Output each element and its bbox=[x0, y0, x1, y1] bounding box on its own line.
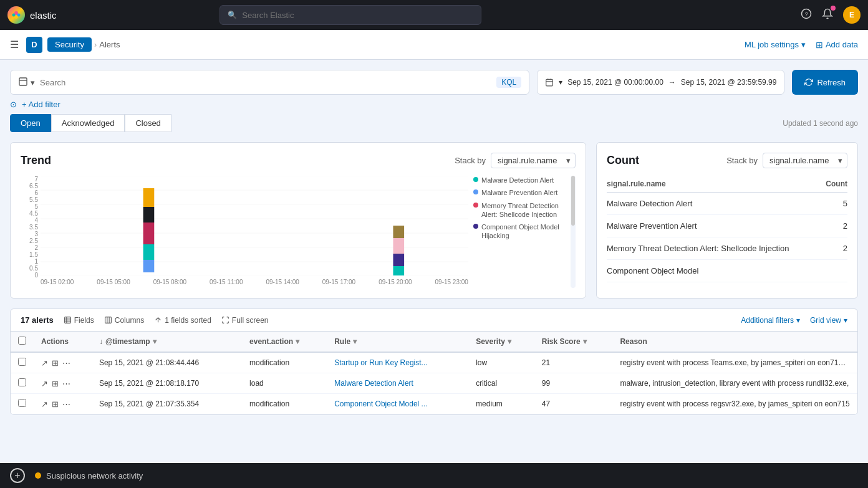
col-severity-header[interactable]: Severity ▾ bbox=[476, 337, 527, 346]
count-stack-by-select[interactable]: signal.rule.name bbox=[763, 153, 847, 168]
col-timestamp-header[interactable]: ↓ @timestamp ▾ bbox=[99, 337, 234, 346]
search-filter-bar[interactable]: ▾ KQL bbox=[10, 70, 529, 95]
filter-expand-icon[interactable]: ▾ bbox=[31, 78, 35, 87]
risk-score-sort-icon: ▾ bbox=[583, 337, 587, 346]
user-avatar[interactable]: E bbox=[843, 6, 861, 24]
more-icon[interactable]: ⋯ bbox=[62, 399, 70, 409]
row-0-rule[interactable]: Startup or Run Key Regist... bbox=[327, 352, 468, 373]
row-1-actions: ↗ ⊞ ⋯ bbox=[34, 373, 92, 394]
notification-badge bbox=[831, 6, 836, 11]
analyze-icon[interactable]: ⊞ bbox=[52, 379, 59, 388]
row-1-checkbox-cell[interactable] bbox=[11, 373, 34, 394]
alerts-table-section: 17 alerts Fields Columns 1 fields sorted… bbox=[10, 309, 858, 415]
kql-search-input[interactable] bbox=[40, 78, 496, 87]
expand-icon[interactable]: ↗ bbox=[41, 399, 48, 409]
analyze-icon[interactable]: ⊞ bbox=[52, 358, 59, 368]
breadcrumb-alerts[interactable]: Alerts bbox=[99, 40, 120, 49]
row-2-checkbox[interactable] bbox=[18, 399, 26, 407]
col-severity[interactable]: Severity ▾ bbox=[468, 332, 534, 352]
col-rule[interactable]: Rule ▾ bbox=[327, 332, 468, 352]
global-search-input[interactable] bbox=[242, 11, 473, 20]
notifications-icon[interactable] bbox=[822, 8, 833, 22]
calendar-icon bbox=[545, 78, 554, 87]
tab-acknowledged[interactable]: Acknowledged bbox=[51, 114, 125, 132]
sort-button[interactable]: 1 fields sorted bbox=[154, 316, 211, 325]
add-data-button[interactable]: ⊞ Add data bbox=[816, 40, 858, 50]
trend-scrollbar[interactable] bbox=[571, 176, 576, 288]
help-icon[interactable]: ? bbox=[801, 8, 812, 22]
columns-button[interactable]: Columns bbox=[104, 316, 144, 325]
additional-filters-button[interactable]: Additional filters ▾ bbox=[741, 316, 800, 325]
table-toolbar: 17 alerts Fields Columns 1 fields sorted… bbox=[11, 309, 857, 332]
count-table: signal.rule.name Count Malware Detection… bbox=[607, 176, 847, 282]
count-row-1: Malware Prevention Alert 2 bbox=[607, 215, 847, 237]
event-action-sort-icon: ▾ bbox=[296, 337, 299, 346]
ml-job-settings-button[interactable]: ML job settings ▾ bbox=[745, 40, 806, 49]
breadcrumb-security[interactable]: Security bbox=[47, 37, 92, 52]
trend-card-header: Trend Stack by signal.rule.name bbox=[21, 153, 576, 168]
expand-icon[interactable]: ↗ bbox=[41, 379, 48, 388]
svg-rect-26 bbox=[393, 238, 404, 254]
count-stack-by-wrapper[interactable]: signal.rule.name bbox=[763, 153, 847, 168]
trend-stack-by-select[interactable]: signal.rule.name bbox=[491, 153, 576, 168]
col-actions: Actions bbox=[34, 332, 92, 352]
more-icon[interactable]: ⋯ bbox=[62, 379, 70, 388]
row-1-event-action: load bbox=[242, 373, 327, 394]
sort-icon bbox=[154, 316, 162, 324]
alerts-data-table: Actions ↓ @timestamp ▾ event.action bbox=[11, 332, 857, 414]
expand-icon[interactable]: ↗ bbox=[41, 358, 48, 368]
table-body: ↗ ⊞ ⋯ Sep 15, 2021 @ 21:08:44.446 modifi… bbox=[11, 352, 857, 414]
col-rule-header[interactable]: Rule ▾ bbox=[334, 337, 461, 346]
row-2-risk-score: 47 bbox=[534, 394, 613, 414]
add-filter-button[interactable]: ⊙ + Add filter bbox=[10, 100, 858, 109]
severity-sort-icon: ▾ bbox=[508, 337, 511, 346]
more-icon[interactable]: ⋯ bbox=[62, 358, 70, 368]
select-all-checkbox[interactable] bbox=[18, 337, 26, 345]
col-risk-score[interactable]: Risk Score ▾ bbox=[534, 332, 613, 352]
hamburger-menu-icon[interactable]: ☰ bbox=[10, 39, 19, 50]
svg-rect-23 bbox=[143, 244, 155, 260]
row-1-rule[interactable]: Malware Detection Alert bbox=[327, 373, 468, 394]
svg-rect-8 bbox=[546, 79, 553, 85]
select-all-checkbox-cell[interactable] bbox=[11, 332, 34, 352]
date-from: Sep 15, 2021 @ 00:00:00.00 bbox=[567, 78, 663, 87]
col-event-action-header[interactable]: event.action ▾ bbox=[249, 337, 319, 346]
analyze-icon[interactable]: ⊞ bbox=[52, 399, 59, 409]
refresh-button[interactable]: Refresh bbox=[792, 70, 858, 95]
elastic-logo[interactable]: elastic bbox=[7, 6, 57, 24]
grid-view-button[interactable]: Grid view ▾ bbox=[810, 316, 847, 325]
global-search-bar[interactable]: 🔍 bbox=[219, 5, 481, 25]
row-0-risk-score: 21 bbox=[534, 352, 613, 373]
fullscreen-button[interactable]: Full screen bbox=[221, 316, 269, 325]
header-actions: ML job settings ▾ ⊞ Add data bbox=[745, 40, 858, 50]
trend-stack-by-wrapper[interactable]: signal.rule.name bbox=[491, 153, 576, 168]
tab-open[interactable]: Open bbox=[10, 114, 51, 132]
row-2-rule-link[interactable]: Component Object Model ... bbox=[334, 399, 427, 408]
svg-rect-28 bbox=[393, 266, 404, 275]
col-event-action[interactable]: event.action ▾ bbox=[242, 332, 327, 352]
row-0-action-icons: ↗ ⊞ ⋯ bbox=[41, 358, 84, 368]
trend-scrollbar-thumb[interactable] bbox=[571, 176, 575, 226]
filter-options-icon: ⊙ bbox=[10, 100, 17, 109]
kql-badge[interactable]: KQL bbox=[496, 77, 521, 88]
row-2-rule[interactable]: Component Object Model ... bbox=[327, 394, 468, 414]
columns-icon bbox=[104, 316, 112, 324]
fields-button[interactable]: Fields bbox=[64, 316, 94, 325]
row-1-checkbox[interactable] bbox=[18, 378, 26, 386]
count-col-name: signal.rule.name bbox=[607, 179, 666, 188]
legend-color-memory-threat bbox=[473, 203, 478, 208]
col-risk-score-header[interactable]: Risk Score ▾ bbox=[542, 337, 605, 346]
row-0-rule-link[interactable]: Startup or Run Key Regist... bbox=[334, 358, 427, 367]
main-content: ▾ KQL ▾ Sep 15, 2021 @ 00:00:00.00 → Sep… bbox=[0, 60, 868, 425]
tab-closed[interactable]: Closed bbox=[125, 114, 171, 132]
row-0-checkbox[interactable] bbox=[18, 358, 26, 366]
row-0-checkbox-cell[interactable] bbox=[11, 352, 34, 373]
count-col-count: Count bbox=[826, 179, 847, 188]
count-stack-by-control: Stack by signal.rule.name bbox=[726, 153, 847, 168]
row-2-checkbox-cell[interactable] bbox=[11, 394, 34, 414]
col-timestamp[interactable]: ↓ @timestamp ▾ bbox=[92, 332, 242, 352]
date-range-picker[interactable]: ▾ Sep 15, 2021 @ 00:00:00.00 → Sep 15, 2… bbox=[537, 70, 784, 95]
svg-rect-20 bbox=[143, 188, 155, 207]
updated-timestamp: Updated 1 second ago bbox=[783, 119, 858, 128]
row-1-rule-link[interactable]: Malware Detection Alert bbox=[334, 379, 413, 388]
